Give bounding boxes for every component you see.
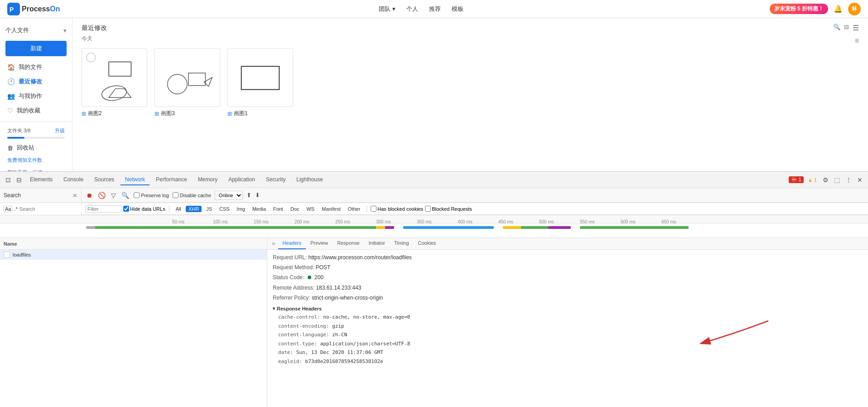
filter-icon[interactable]: ⊟ [844, 24, 849, 32]
search-input[interactable] [19, 206, 82, 212]
list-view-icon[interactable]: ☰ [853, 24, 859, 32]
bell-icon[interactable]: 🔔 [834, 5, 843, 13]
detail-tab-headers[interactable]: Headers [278, 238, 306, 249]
filter-img[interactable]: Img [234, 206, 248, 212]
devtools-split-btn[interactable]: ⊟ [14, 175, 24, 184]
disable-cache-label[interactable]: Disable cache [173, 192, 211, 198]
clear-button[interactable]: 🚫 [97, 191, 106, 200]
filter-xhr[interactable]: XHR [186, 206, 202, 212]
filter-all[interactable]: All [173, 206, 184, 212]
hide-data-urls-checkbox[interactable] [123, 206, 129, 212]
warning-badge: ▲ 1 [805, 177, 819, 183]
throttle-select[interactable]: Online [215, 191, 243, 200]
filter-font[interactable]: Font [270, 206, 286, 212]
sidebar-item-favorites[interactable]: ♡ 我的收藏 [0, 103, 72, 118]
sidebar-item-collaborate[interactable]: 👥 与我协作 [0, 89, 72, 103]
tab-sources[interactable]: Sources [90, 174, 119, 185]
diagram-name-2: ⊞ 画图2 [82, 110, 147, 117]
tab-application[interactable]: Application [224, 174, 260, 185]
status-code-value: 200 [314, 274, 323, 281]
filter-input[interactable] [85, 205, 121, 213]
diagram-card-2[interactable]: ⊞ 画图2 [82, 48, 147, 117]
has-blocked-cookies-checkbox[interactable] [371, 206, 376, 212]
sidebar-user-label[interactable]: 个人文件 ▾ [0, 24, 72, 37]
today-label: 今天 [82, 35, 92, 43]
has-blocked-cookies-label[interactable]: Has blocked cookies [371, 206, 423, 212]
tab-performance[interactable]: Performance [151, 174, 192, 185]
nav-recommend[interactable]: 推荐 [429, 5, 441, 13]
detail-tab-cookies[interactable]: Cookies [414, 238, 441, 249]
team-icon: ⊞ [227, 111, 232, 117]
devtools-right-icons: ⛔ 1 ▲ 1 ⚙ ⬚ ⋮ ✕ [789, 175, 864, 184]
search-close-icon[interactable]: ✕ [72, 192, 77, 199]
sidebar-item-recycle[interactable]: 🗑 回收站 [0, 141, 72, 155]
chevron-down-icon: ▾ [392, 5, 395, 12]
nav-template[interactable]: 模板 [452, 5, 463, 13]
header-content-type: content-type: application/json;charset=U… [273, 340, 863, 348]
case-sensitive-icon[interactable]: Aa [4, 206, 12, 212]
svg-point-2 [87, 53, 96, 62]
nav-team[interactable]: 团队 ▾ [379, 5, 395, 13]
request-row-loadfiles[interactable]: loadfiles [0, 250, 267, 260]
blocked-requests-label[interactable]: Blocked Requests [425, 206, 472, 212]
preserve-log-label[interactable]: Preserve log [134, 192, 169, 198]
filter-manifest[interactable]: Manifest [319, 206, 343, 212]
close-devtools-btn[interactable]: ✕ [855, 175, 864, 184]
filter-divider [169, 206, 169, 212]
request-method-value: POST [316, 264, 331, 271]
detail-tab-timing[interactable]: Timing [390, 238, 414, 249]
nav-links: 团队 ▾ 个人 推荐 模板 [72, 5, 770, 13]
tab-lighthouse[interactable]: Lighthouse [292, 174, 328, 185]
devtools-dock-btn[interactable]: ⊡ [4, 175, 13, 184]
detail-tab-initiator[interactable]: Initiator [364, 238, 390, 249]
grid-icon[interactable]: ≡ [855, 37, 859, 45]
hide-data-urls-label[interactable]: Hide data URLs [123, 206, 165, 212]
filter-ws[interactable]: WS [304, 206, 317, 212]
filter-other[interactable]: Other [345, 206, 363, 212]
regex-icon[interactable]: .* [14, 206, 17, 212]
sidebar-item-myfiles[interactable]: 🏠 我的文件 [0, 60, 72, 74]
detail-tab-response[interactable]: Response [333, 238, 364, 249]
diagram-card-3[interactable]: ⊞ 画图3 [154, 48, 220, 117]
tab-security[interactable]: Security [261, 174, 290, 185]
people-icon: 👥 [7, 92, 15, 100]
detail-close-btn[interactable]: × [269, 238, 278, 249]
timeline-bar-secondary [403, 226, 494, 229]
filter-doc[interactable]: Doc [288, 206, 302, 212]
filter-css[interactable]: CSS [217, 206, 232, 212]
search-network-icon[interactable]: 🔍 [121, 191, 130, 200]
record-button[interactable]: ⏺ [85, 191, 93, 200]
detail-tab-preview[interactable]: Preview [306, 238, 333, 249]
tab-memory[interactable]: Memory [193, 174, 222, 185]
more-options-icon[interactable]: ⋮ [844, 175, 854, 184]
logo[interactable]: P ProcessOn [0, 3, 72, 15]
download-icon[interactable]: ⬇ [255, 192, 260, 199]
promo-badge[interactable]: 岁末宠粉 5 折特惠！ [770, 4, 828, 14]
filter-button[interactable]: ▽ [110, 191, 117, 200]
nav-personal[interactable]: 个人 [406, 5, 418, 13]
disable-cache-checkbox[interactable] [173, 192, 178, 198]
home-icon: 🏠 [7, 63, 15, 71]
tab-console[interactable]: Console [59, 174, 88, 185]
filter-js[interactable]: JS [203, 206, 215, 212]
response-headers-section[interactable]: Response Headers [273, 306, 863, 311]
devtools-panel: ⊡ ⊟ Elements Console Sources Network Per… [0, 171, 868, 407]
screenshot-icon[interactable]: ⬚ [832, 175, 842, 184]
storage-bar-fill [7, 137, 24, 139]
new-button[interactable]: 新建 [5, 41, 67, 56]
upgrade-btn[interactable]: 升级 [55, 127, 65, 134]
svg-rect-9 [241, 66, 280, 89]
diagram-card-1[interactable]: ⊞ 画图1 [227, 48, 293, 117]
tab-network[interactable]: Network [121, 174, 149, 185]
tab-elements[interactable]: Elements [25, 174, 57, 185]
filter-media[interactable]: Media [250, 206, 269, 212]
blocked-requests-checkbox[interactable] [425, 206, 431, 212]
filter-bar: Hide data URLs All XHR JS CSS Img Media … [82, 203, 868, 215]
avatar[interactable]: 林 [848, 3, 861, 15]
free-add-files[interactable]: 免费增加文件数 [0, 155, 72, 165]
settings-icon[interactable]: ⚙ [821, 175, 830, 184]
sidebar-item-recent[interactable]: 🕐 最近修改 [0, 74, 72, 89]
preserve-log-checkbox[interactable] [134, 192, 140, 198]
upload-icon[interactable]: ⬆ [246, 192, 251, 199]
search-icon[interactable]: 🔍 [833, 24, 840, 32]
